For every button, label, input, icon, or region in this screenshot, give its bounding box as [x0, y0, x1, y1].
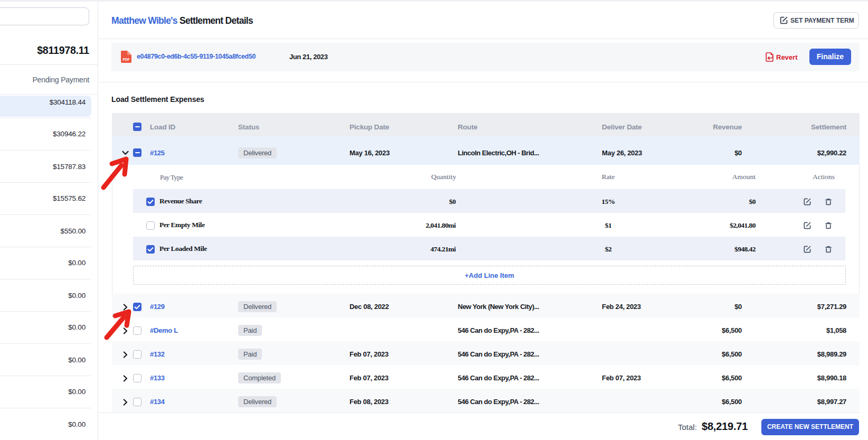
svg-text:PDF: PDF: [123, 58, 130, 61]
